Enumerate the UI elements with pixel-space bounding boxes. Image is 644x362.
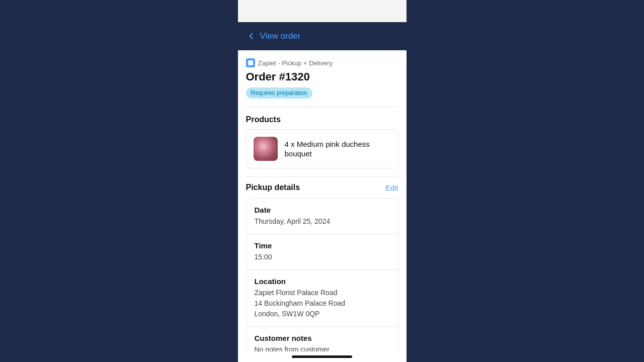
product-name: 4 x Medium pink duchess bouquet [285,139,391,159]
pickup-row-customer-notes: Customer notes No notes from customer [247,327,398,351]
time-label: Time [255,241,390,250]
date-label: Date [255,206,390,214]
back-label: View order [260,31,301,41]
customer-notes-value: No notes from customer [255,344,390,351]
pickup-section: Pickup details Edit Date Thursday, April… [246,183,398,351]
pickup-row-time: Time 15:00 [247,234,398,270]
back-arrow-icon [246,31,256,41]
location-value: Zapiet Florist Palace Road 14 Buckingham… [255,288,390,319]
date-value: Thursday, April 25, 2024 [255,216,390,227]
source-row: Zapiet - Pickup + Delivery [246,58,398,67]
product-card: 4 x Medium pink duchess bouquet [246,129,398,168]
pickup-header: Pickup details Edit [246,183,398,192]
divider-products [246,107,398,107]
divider-pickup [246,176,398,177]
bottom-home-indicator [292,355,352,358]
back-button[interactable]: View order [246,31,301,41]
time-value: 15:00 [255,252,390,262]
pickup-row-location: Location Zapiet Florist Palace Road 14 B… [247,270,398,327]
order-number: Order #1320 [246,70,398,83]
zapiet-icon [246,58,255,67]
phone-container: View order Zapiet - Pickup + Delivery Or… [238,0,407,362]
source-text: Zapiet - Pickup + Delivery [258,59,333,67]
product-image [254,137,278,161]
status-bar [238,0,407,22]
location-line-1: Zapiet Florist Palace Road [255,288,390,298]
nav-header: View order [238,22,407,50]
location-line-2: 14 Buckingham Palace Road [255,298,390,309]
products-section-title: Products [246,113,398,124]
location-label: Location [255,277,390,286]
location-line-3: London, SW1W 0QP [255,309,390,319]
main-content: Zapiet - Pickup + Delivery Order #1320 R… [238,50,407,351]
edit-button[interactable]: Edit [385,184,398,192]
requires-preparation-badge: Requires preparation [246,87,312,99]
pickup-card: Date Thursday, April 25, 2024 Time 15:00… [246,198,398,351]
customer-notes-label: Customer notes [255,334,390,342]
product-image-flower [254,137,278,161]
pickup-row-date: Date Thursday, April 25, 2024 [247,199,398,234]
pickup-section-title: Pickup details [246,183,300,192]
